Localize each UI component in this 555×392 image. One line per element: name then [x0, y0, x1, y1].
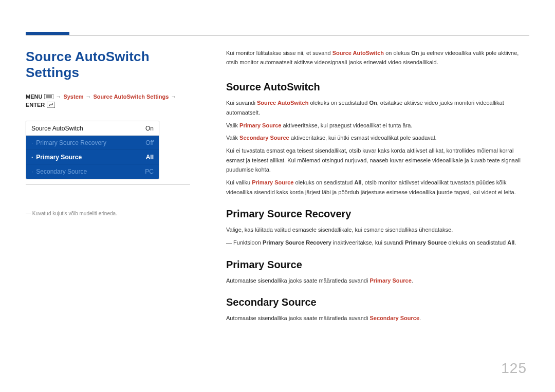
highlight: Primary Source Recovery: [263, 239, 331, 246]
page-title: Source AutoSwitch Settings: [26, 49, 190, 81]
left-divider: [26, 184, 190, 185]
right-column: Kui monitor lülitatakse sisse nii, et su…: [226, 49, 529, 334]
paragraph: Automaatse sisendallika jaoks saate määr…: [226, 276, 529, 286]
text: .: [419, 315, 421, 321]
highlight: Secondary Source: [239, 135, 289, 141]
paragraph: Valik Secondary Source aktiveeritakse, k…: [226, 133, 529, 143]
paragraph: Kui valiku Primary Source olekuks on sea…: [226, 178, 529, 197]
enter-icon: [47, 102, 55, 108]
text: Kui valiku: [226, 179, 252, 185]
text: olekuks on seadistatud: [293, 179, 354, 185]
arrow-icon: →: [55, 94, 61, 100]
highlight: Primary Source: [405, 239, 447, 246]
arrow-icon: →: [86, 94, 91, 100]
text: on olekus: [384, 50, 411, 56]
highlight: Primary Source: [369, 277, 411, 284]
section-heading: Primary Source: [226, 259, 529, 271]
osd-label: Primary Source: [31, 154, 82, 161]
section-primary-source-recovery: Primary Source Recovery Valige, kas lüli…: [226, 208, 529, 247]
osd-row-primary-source-recovery: Primary Source Recovery Off: [26, 136, 159, 150]
highlight: On: [369, 100, 377, 106]
paragraph: Kui ei tuvastata esmast ega teisest sise…: [226, 146, 529, 175]
left-footnote: Kuvatud kujutis võib mudeliti erineda.: [26, 211, 190, 216]
header-rule: [26, 35, 529, 35]
paragraph: Automaatse sisendallika jaoks saate määr…: [226, 313, 529, 323]
text: Funktsioon: [233, 239, 263, 246]
breadcrumb-menu-label: MENU: [26, 94, 42, 100]
text: inaktiveeritakse, kui suvandi: [331, 239, 405, 246]
text: olekuks on seadistatud: [447, 239, 507, 246]
two-column-layout: Source AutoSwitch Settings MENU → System…: [26, 0, 529, 334]
breadcrumb: MENU → System → Source AutoSwitch Settin…: [26, 94, 190, 108]
highlight: Primary Source: [239, 122, 281, 128]
text: Automaatse sisendallika jaoks saate määr…: [226, 315, 369, 321]
osd-row-source-autoswitch: Source AutoSwitch On: [26, 121, 159, 136]
text: olekuks on seadistatud: [308, 100, 369, 106]
footnote: Funktsioon Primary Source Recovery inakt…: [226, 238, 529, 248]
highlight: Source AutoSwitch: [257, 100, 308, 106]
highlight: All: [355, 179, 362, 185]
paragraph: Valige, kas lülitada valitud esmasele si…: [226, 225, 529, 235]
osd-value: All: [146, 154, 154, 161]
section-primary-source: Primary Source Automaatse sisendallika j…: [226, 259, 529, 286]
breadcrumb-settings: Source AutoSwitch Settings: [94, 94, 169, 100]
highlight: On: [411, 50, 419, 56]
menu-icon: [44, 94, 53, 99]
section-source-autoswitch: Source AutoSwitch Kui suvandi Source Aut…: [226, 81, 529, 197]
osd-menu: Source AutoSwitch On Primary Source Reco…: [26, 121, 159, 179]
osd-label: Secondary Source: [31, 168, 87, 175]
arrow-icon: →: [171, 94, 176, 100]
text: Automaatse sisendallika jaoks saate määr…: [226, 277, 369, 284]
section-heading: Secondary Source: [226, 296, 529, 308]
highlight: Secondary Source: [369, 315, 419, 321]
paragraph: Kui suvandi Source AutoSwitch olekuks on…: [226, 98, 529, 117]
paragraph: Valik Primary Source aktiveeritakse, kui…: [226, 121, 529, 130]
osd-value: PC: [145, 168, 154, 175]
section-heading: Source AutoSwitch: [226, 81, 529, 93]
highlight: Source AutoSwitch: [332, 50, 384, 56]
manual-page: Source AutoSwitch Settings MENU → System…: [0, 0, 555, 392]
text: .: [412, 277, 413, 284]
highlight: All: [507, 239, 514, 246]
osd-row-secondary-source: Secondary Source PC: [26, 164, 159, 179]
section-secondary-source: Secondary Source Automaatse sisendallika…: [226, 296, 529, 323]
text: Valik: [226, 135, 239, 141]
left-column: Source AutoSwitch Settings MENU → System…: [26, 49, 190, 334]
text: Kui monitor lülitatakse sisse nii, et su…: [226, 50, 332, 56]
osd-label: Source AutoSwitch: [31, 125, 83, 132]
breadcrumb-system: System: [63, 94, 83, 100]
page-number: 125: [501, 360, 527, 377]
osd-value: On: [145, 125, 154, 132]
text: aktiveeritakse, kui praegust videoallika…: [281, 122, 412, 128]
text: Kui suvandi: [226, 100, 257, 106]
osd-row-primary-source: Primary Source All: [26, 150, 159, 164]
section-heading: Primary Source Recovery: [226, 208, 529, 220]
breadcrumb-enter-label: ENTER: [26, 102, 45, 108]
osd-label: Primary Source Recovery: [31, 139, 106, 146]
text: aktiveeritakse, kui ühtki esmast videoal…: [289, 135, 437, 141]
text: Valik: [226, 122, 239, 128]
text: .: [514, 239, 516, 246]
highlight: Primary Source: [252, 179, 293, 185]
intro-paragraph: Kui monitor lülitatakse sisse nii, et su…: [226, 49, 529, 67]
osd-value: Off: [145, 139, 154, 146]
